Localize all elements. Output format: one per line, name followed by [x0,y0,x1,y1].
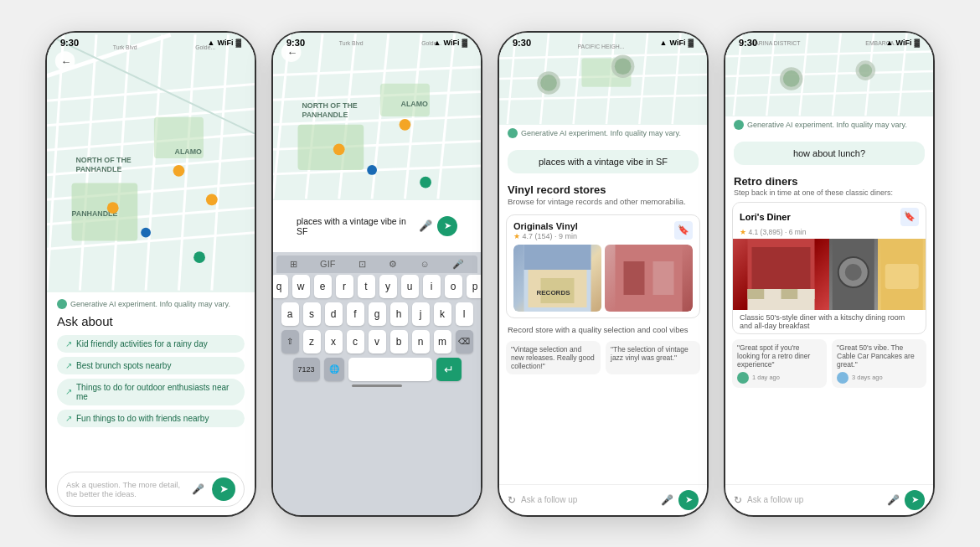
refresh-icon-3[interactable]: ↻ [508,494,516,506]
key-v[interactable]: v [369,330,386,353]
kb-tool-3[interactable]: ⊡ [358,259,366,270]
refresh-icon-4[interactable]: ↻ [734,494,742,506]
status-icons-2: ▲ WiFi ▓ [434,39,467,47]
search-text-2: places with a vintage vibe in SF [297,216,414,236]
svg-point-95 [859,64,872,77]
key-c[interactable]: c [347,330,364,353]
kb-row-2: a s d f g h j k l [276,302,477,326]
stars-3: ★ [513,232,520,240]
key-numbers[interactable]: 7123 [293,358,320,381]
diner-meta: ★ 4.1 (3,895) · 6 min [733,228,926,239]
key-r[interactable]: r [336,275,353,298]
suggestion-chip-4[interactable]: ↗ Fun things to do with friends nearby [57,410,245,427]
diner-distance: 6 min [789,228,807,236]
status-bar-2: 9:30 ▲ WiFi ▓ [273,33,481,49]
mic-icon-4[interactable]: 🎤 [887,494,900,506]
key-l[interactable]: l [456,302,473,326]
key-h[interactable]: h [390,302,408,326]
time-4: 9:30 [739,38,757,48]
key-enter[interactable]: ↵ [436,358,462,381]
phone-2: 9:30 ▲ WiFi ▓ [271,31,482,517]
kb-tool-6[interactable]: 🎤 [452,259,464,270]
key-x[interactable]: x [325,330,343,353]
kb-row-3: ⇧ z x c v b n m ⌫ [276,330,477,353]
mic-icon-3[interactable]: 🎤 [661,494,673,506]
wifi-icon-2: WiFi [444,39,460,47]
key-y[interactable]: y [379,275,397,298]
diner-section-desc: Step back in time at one of these classi… [725,188,933,200]
kb-tool-1[interactable]: ⊞ [290,259,297,270]
search-input-2[interactable]: places with a vintage vibe in SF 🎤 ➤ [288,210,466,242]
follow-up-text-3: Ask a follow up [521,495,656,504]
key-i[interactable]: i [423,275,441,298]
key-a[interactable]: a [281,302,299,326]
place-name-3: Originals Vinyl [513,221,578,231]
reviews-3: (154) · [535,232,560,240]
review-text-4a: "Great spot if you're looking for a retr… [737,343,822,369]
diner-name: Lori's Diner [740,212,791,222]
key-o[interactable]: o [445,275,462,298]
key-z[interactable]: z [303,330,321,353]
key-j[interactable]: j [412,302,430,326]
svg-point-93 [783,70,800,87]
bookmark-btn-4[interactable]: 🔖 [900,208,919,226]
kb-tool-2[interactable]: GIF [320,259,335,269]
svg-rect-100 [765,289,781,299]
key-u[interactable]: u [401,275,419,298]
key-space[interactable] [348,358,432,381]
ai-notice-1: Generative AI experiment. Info quality m… [57,299,245,309]
key-w[interactable]: w [292,275,310,298]
kb-tool-4[interactable]: ⚙ [389,259,397,270]
review-text-4b: "Great 50's vibe. The Cable Car Pancakes… [837,343,921,369]
suggestion-chip-3[interactable]: ↗ Things to do for outdoor enthusiasts n… [57,379,245,405]
mic-button-1[interactable]: 🎤 [188,480,207,498]
key-q[interactable]: q [271,275,288,298]
key-s[interactable]: s [303,302,321,326]
key-shift[interactable]: ⇧ [281,330,299,353]
svg-point-50 [367,165,377,175]
follow-up-bar-4[interactable]: ↻ Ask a follow up 🎤 ➤ [725,484,933,515]
diner-reviews: (3,895) · [761,228,789,236]
key-m[interactable]: m [434,330,451,353]
mic-icon-2[interactable]: 🎤 [419,219,432,232]
phones-container: 9:30 ▲ WiFi ▓ [28,14,952,534]
svg-rect-76 [524,245,591,270]
status-bar-4: 9:30 ▲ WiFi ▓ [725,33,933,49]
review-card-3b: "The selection of vintage jazz vinyl was… [606,341,700,374]
send-btn-3[interactable]: ➤ [678,490,699,510]
key-b[interactable]: b [390,330,408,353]
suggestion-text-4: Fun things to do with friends nearby [76,414,209,423]
send-btn-4[interactable]: ➤ [905,490,925,510]
ai-icon-3 [508,128,518,138]
diner-images [733,239,926,310]
key-d[interactable]: d [325,302,343,326]
key-globe[interactable]: 🌐 [324,358,344,381]
kb-indicator [276,381,477,390]
key-p[interactable]: p [467,275,483,298]
suggestion-chip-2[interactable]: ↗ Best brunch spots nearby [57,357,245,374]
input-bar-1[interactable]: Ask a question. The more detail, the bet… [57,472,245,507]
key-f[interactable]: f [347,302,364,326]
send-btn-2[interactable]: ➤ [437,216,457,236]
review-text-3a: "Vintage selection and new releases. Rea… [511,345,595,370]
review-card-4b: "Great 50's vibe. The Cable Car Pancakes… [832,339,926,388]
wifi-icon-4: WiFi [896,39,912,47]
kb-row-1: q w e r t y u i o p [276,275,477,298]
kb-tool-5[interactable]: ☺ [420,259,430,269]
suggestion-chip-1[interactable]: ↗ Kid friendly activities for a rainy da… [57,335,245,353]
key-k[interactable]: k [434,302,451,326]
signal-icon-2: ▲ [434,39,441,47]
key-t[interactable]: t [358,275,375,298]
key-e[interactable]: e [314,275,332,298]
status-icons-4: ▲ WiFi ▓ [886,39,920,47]
send-button-1[interactable]: ➤ [212,477,235,501]
ai-notice-3: Generative AI experiment. Info quality m… [499,125,707,138]
search-bar-2[interactable]: places with a vintage vibe in SF 🎤 ➤ [273,200,481,252]
bookmark-btn-3[interactable]: 🔖 [674,221,693,240]
key-n[interactable]: n [412,330,430,353]
key-g[interactable]: g [369,302,386,326]
section-desc-3: Browse for vintage records and other mem… [499,196,707,211]
follow-up-bar-3[interactable]: ↻ Ask a follow up 🎤 ➤ [499,484,707,515]
svg-text:ALAMO: ALAMO [175,147,203,156]
key-backspace[interactable]: ⌫ [456,330,473,353]
